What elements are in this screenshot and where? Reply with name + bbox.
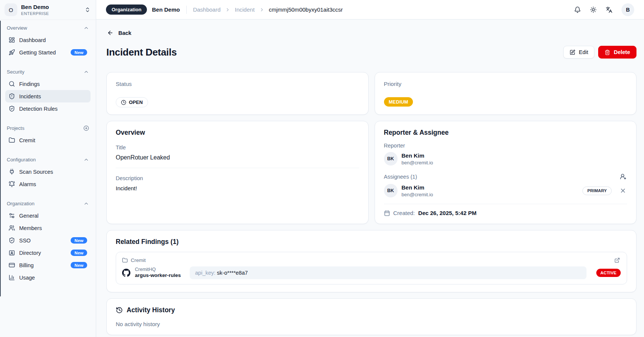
sidebar-item-label: General — [19, 213, 39, 219]
bell-icon[interactable] — [574, 6, 581, 13]
calendar-icon — [384, 210, 390, 216]
new-badge: New — [71, 49, 87, 56]
chevron-up-icon — [83, 69, 89, 75]
shield-check-icon — [9, 105, 15, 112]
theme-toggle-sun-icon[interactable] — [590, 6, 597, 13]
page-title: Incident Details — [106, 47, 177, 58]
new-badge: New — [71, 262, 87, 268]
sidebar-item-label: Dashboard — [19, 37, 46, 43]
section-label: Overview — [7, 25, 27, 31]
chart-column-icon — [9, 274, 15, 281]
sidebar-item-usage[interactable]: Usage — [5, 271, 91, 284]
assignee-name: Ben Kim — [402, 184, 433, 191]
sidebar-item-billing[interactable]: Billing New — [5, 259, 91, 271]
priority-card: Priority MEDIUM — [375, 72, 637, 115]
history-icon — [116, 307, 123, 314]
assignees-label: Assignees (1) — [384, 174, 417, 180]
sidebar-item-cremit[interactable]: Cremit — [5, 134, 91, 146]
sidebar-item-incidents[interactable]: Incidents — [5, 90, 91, 102]
add-project-icon — [83, 125, 89, 131]
sidebar-item-label: SSO — [19, 238, 31, 244]
breadcrumb-incident-id: cmjmmj50m00byxy01ait3ccsr — [269, 6, 343, 13]
sidebar-section-security: Security Findings Incidents Detection Ru… — [5, 68, 91, 115]
open-finding-button[interactable] — [614, 257, 621, 264]
github-icon — [122, 269, 130, 277]
shield-check-icon — [9, 237, 15, 244]
breadcrumb-dashboard[interactable]: Dashboard — [193, 6, 221, 13]
org-name: Ben Demo — [21, 4, 81, 10]
back-button[interactable]: Back — [106, 28, 132, 38]
search-icon — [9, 81, 15, 87]
user-avatar[interactable]: B — [621, 3, 634, 16]
sidebar-item-sso[interactable]: SSO New — [5, 234, 91, 247]
collapse-section-button[interactable] — [83, 201, 89, 206]
sidebar-item-alarms[interactable]: Alarms — [5, 178, 91, 190]
reporter-row: BK Ben Kim ben@cremit.io — [384, 152, 627, 165]
users-icon — [9, 225, 15, 231]
sidebar-item-detection-rules[interactable]: Detection Rules — [5, 102, 91, 115]
shield-alert-icon — [9, 93, 15, 99]
sidebar-item-general[interactable]: General — [5, 209, 91, 222]
primary-badge: PRIMARY — [582, 187, 612, 195]
sidebar-section-configuration: Configuration Scan Sources Alarms — [5, 155, 91, 190]
sidebar-section-projects: Projects Cremit — [5, 124, 91, 146]
sidebar-item-label: Incidents — [19, 93, 41, 99]
section-label: Organization — [7, 201, 35, 206]
finding-item[interactable]: Cremit CremitHQ argus-worker-rules api_k… — [116, 252, 627, 284]
activity-history-title: Activity History — [127, 306, 175, 314]
overview-title: Overview — [116, 129, 359, 137]
topbar-org-name: Ben Demo — [152, 6, 180, 13]
remove-assignee-button[interactable] — [619, 187, 627, 195]
finding-source: CremitHQ — [135, 267, 181, 273]
sidebar-item-dashboard[interactable]: Dashboard — [5, 34, 91, 46]
sidebar: O Ben Demo ENTERPRISE Overview Dashboard… — [0, 0, 96, 337]
activity-empty-text: No activity history — [116, 321, 627, 327]
sidebar-item-members[interactable]: Members — [5, 222, 91, 234]
back-label: Back — [118, 30, 132, 36]
incident-description-value: Incident! — [116, 185, 359, 191]
assignee-row: BK Ben Kim ben@cremit.io PRIMARY — [384, 184, 627, 197]
edit-button[interactable]: Edit — [563, 46, 594, 59]
finding-repo: argus-worker-rules — [135, 272, 181, 279]
sidebar-nav: Overview Dashboard Getting Started New S… — [0, 20, 96, 284]
dashboard-icon — [9, 37, 15, 43]
collapse-section-button[interactable] — [83, 25, 89, 31]
related-findings-title: Related Findings (1) — [116, 238, 627, 246]
sidebar-item-label: Getting Started — [19, 50, 56, 56]
chevron-up-icon — [83, 157, 89, 162]
sidebar-item-label: Findings — [19, 81, 40, 87]
sidebar-item-directory[interactable]: Directory New — [5, 247, 91, 259]
user-plus-icon — [620, 173, 626, 180]
status-card: Status OPEN — [106, 72, 369, 115]
close-icon — [620, 187, 626, 194]
arrow-left-icon — [107, 30, 113, 36]
created-value: Dec 26, 2025, 5:42 PM — [418, 210, 476, 216]
collapse-section-button[interactable] — [83, 157, 89, 162]
sidebar-item-getting-started[interactable]: Getting Started New — [5, 46, 91, 59]
breadcrumb: Dashboard Incident cmjmmj50m00byxy01ait3… — [193, 6, 343, 13]
assignee-email: ben@cremit.io — [402, 192, 433, 197]
topbar-divider — [186, 6, 187, 14]
main-content: Back Incident Details Edit Delete Status… — [96, 0, 644, 335]
sidebar-item-findings[interactable]: Findings — [5, 78, 91, 90]
sidebar-item-label: Usage — [19, 275, 35, 281]
external-link-icon — [614, 257, 620, 263]
breadcrumb-incident[interactable]: Incident — [235, 6, 255, 13]
finding-secret: api_key: sk-o****e8a7 — [190, 266, 586, 279]
language-icon[interactable] — [606, 6, 612, 13]
folder-icon — [9, 137, 15, 143]
chevrons-up-down-icon — [85, 7, 91, 13]
new-badge: New — [71, 250, 87, 256]
scope-badge: Organization — [106, 5, 147, 15]
org-switcher[interactable]: O Ben Demo ENTERPRISE — [0, 0, 96, 20]
clock-icon — [121, 100, 126, 105]
sidebar-scrollbar[interactable] — [0, 21, 1, 296]
sidebar-item-label: Detection Rules — [19, 106, 57, 112]
add-project-button[interactable] — [83, 125, 89, 131]
delete-button[interactable]: Delete — [598, 46, 636, 59]
collapse-section-button[interactable] — [83, 69, 89, 75]
chevron-right-icon — [259, 7, 265, 12]
related-findings-card: Related Findings (1) Cremit CremitHQ arg… — [106, 230, 636, 292]
sidebar-item-scan-sources[interactable]: Scan Sources — [5, 165, 91, 178]
add-assignee-button[interactable] — [619, 173, 627, 181]
